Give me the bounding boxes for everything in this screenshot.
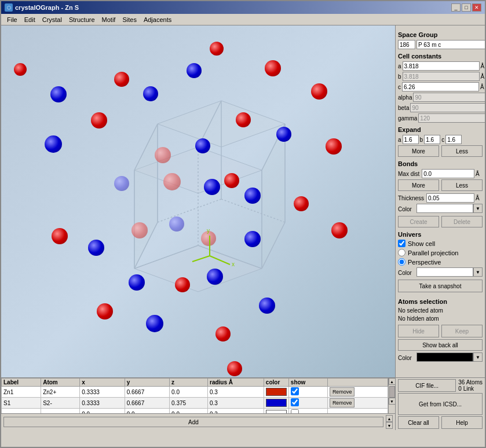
expand-c-input[interactable] <box>445 135 462 144</box>
sg-name-input[interactable] <box>416 40 485 49</box>
atom-ball[interactable] <box>224 173 239 188</box>
maximize-button[interactable]: □ <box>462 3 471 12</box>
expand-a-input[interactable] <box>403 135 419 144</box>
atom-ball[interactable] <box>50 86 67 102</box>
atom-ball[interactable] <box>14 63 27 76</box>
atom-ball[interactable] <box>52 228 68 244</box>
menu-sites[interactable]: Sites <box>119 15 140 24</box>
thickness-input[interactable] <box>426 193 474 203</box>
cell-b-input[interactable] <box>403 72 480 81</box>
add-button[interactable]: Add <box>3 417 383 427</box>
sg-number-input[interactable] <box>398 40 415 49</box>
atom-ball[interactable] <box>244 231 261 247</box>
atom-ball[interactable] <box>143 86 158 101</box>
icsd-button[interactable]: Get from ICSD... <box>398 393 483 415</box>
cell-a-input[interactable] <box>403 61 480 71</box>
cell-alpha-input[interactable] <box>413 93 485 102</box>
keep-button[interactable]: Keep <box>441 325 483 337</box>
atom-ball[interactable] <box>210 42 224 56</box>
atom-ball[interactable] <box>155 147 171 163</box>
menu-adjacents[interactable]: Adjacents <box>140 15 175 24</box>
menu-file[interactable]: File <box>3 15 21 24</box>
create-button[interactable]: Create <box>398 216 439 227</box>
bonds-more-button[interactable]: More <box>398 179 439 191</box>
atom-ball[interactable] <box>131 222 148 238</box>
minimize-button[interactable]: _ <box>451 3 461 12</box>
cif-button[interactable]: CIF file... <box>398 379 456 392</box>
atom-ball[interactable] <box>175 277 190 292</box>
atom-ball[interactable] <box>207 269 223 285</box>
cell-remove[interactable] <box>327 409 388 414</box>
max-dist-input[interactable] <box>422 169 474 178</box>
atom-ball[interactable] <box>236 112 251 127</box>
show-cell-checkbox[interactable] <box>398 240 405 247</box>
atoms-color-dropdown[interactable]: ▼ <box>473 352 483 362</box>
hide-button[interactable]: Hide <box>398 325 439 337</box>
atom-ball[interactable] <box>311 83 327 100</box>
cell-remove[interactable]: Remove <box>327 387 388 398</box>
bonds-color-dropdown[interactable]: ▼ <box>473 204 483 213</box>
bonds-less-button[interactable]: Less <box>441 179 483 191</box>
atom-ball[interactable] <box>195 138 210 153</box>
cell-gamma-input[interactable] <box>418 113 485 123</box>
atom-ball[interactable] <box>294 196 309 211</box>
show-checkbox[interactable] <box>291 387 299 395</box>
cell-show[interactable] <box>288 398 327 409</box>
help-button[interactable]: Help <box>441 416 483 429</box>
atom-ball[interactable] <box>146 315 163 332</box>
color-swatch[interactable] <box>266 399 287 407</box>
cell-color[interactable] <box>264 387 288 398</box>
cell-c-input[interactable] <box>402 82 479 91</box>
atom-ball[interactable] <box>331 222 348 238</box>
clear-all-button[interactable]: Clear all <box>398 416 439 429</box>
cell-remove[interactable]: Remove <box>327 398 388 409</box>
atom-ball[interactable] <box>276 127 291 142</box>
viewport[interactable]: x y <box>1 25 395 377</box>
menu-crystal[interactable]: Crystal <box>39 15 65 24</box>
menu-structure[interactable]: Structure <box>65 15 98 24</box>
expand-less-button[interactable]: Less <box>441 145 483 157</box>
atom-ball[interactable] <box>91 112 107 128</box>
atom-ball[interactable] <box>187 63 202 78</box>
scroll-thumb[interactable] <box>389 386 395 398</box>
atom-ball[interactable] <box>201 231 216 246</box>
cell-color[interactable] <box>264 398 288 409</box>
table-scrollbar[interactable]: ▲ ▼ <box>388 378 395 413</box>
row-down-button[interactable]: ▼ <box>386 422 393 429</box>
close-button[interactable]: ✕ <box>472 3 481 12</box>
atom-ball[interactable] <box>114 176 129 191</box>
atom-ball[interactable] <box>244 188 261 204</box>
univers-color-dropdown[interactable]: ▼ <box>473 267 483 277</box>
color-swatch[interactable] <box>266 388 287 396</box>
perspective-radio[interactable] <box>398 258 405 266</box>
atom-ball[interactable] <box>326 138 342 155</box>
atom-ball[interactable] <box>204 179 220 195</box>
show-back-all-button[interactable]: Show back all <box>398 339 483 351</box>
atom-ball[interactable] <box>45 135 62 153</box>
cell-show[interactable] <box>288 409 327 414</box>
atom-ball[interactable] <box>169 216 184 232</box>
scroll-down-button[interactable]: ▼ <box>389 398 396 405</box>
atom-ball[interactable] <box>88 240 104 256</box>
cell-show[interactable] <box>288 387 327 398</box>
atom-ball[interactable] <box>114 72 129 87</box>
atom-ball[interactable] <box>227 361 242 376</box>
atom-ball[interactable] <box>259 298 275 314</box>
cell-color[interactable] <box>264 409 288 414</box>
atom-ball[interactable] <box>97 303 113 320</box>
atom-ball[interactable] <box>129 274 145 291</box>
scroll-up-button[interactable]: ▲ <box>389 378 396 385</box>
show-checkbox[interactable] <box>291 409 299 413</box>
menu-motif[interactable]: Motif <box>98 15 119 24</box>
snapshot-button[interactable]: Take a snapshot <box>398 280 483 292</box>
row-up-button[interactable]: ▲ <box>386 415 393 422</box>
cell-beta-input[interactable] <box>410 103 485 112</box>
remove-button[interactable]: Remove <box>330 387 355 396</box>
expand-more-button[interactable]: More <box>398 145 439 157</box>
delete-button[interactable]: Delete <box>441 216 483 227</box>
atoms-color-select[interactable]: ▼ <box>416 352 483 363</box>
expand-b-input[interactable] <box>424 135 440 144</box>
parallel-proj-radio[interactable] <box>398 249 405 256</box>
show-checkbox[interactable] <box>291 398 299 406</box>
atom-ball[interactable] <box>265 60 281 76</box>
